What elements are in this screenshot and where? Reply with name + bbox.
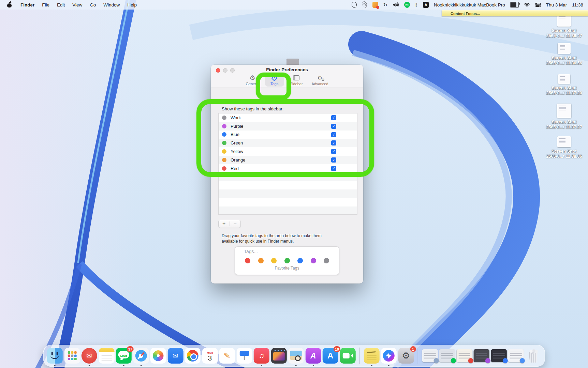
- line-icon[interactable]: LINE: [404, 2, 410, 8]
- remove-tag-button[interactable]: −: [230, 220, 241, 228]
- dock-item-settings[interactable]: ⚙1: [398, 348, 414, 364]
- tag-checkbox[interactable]: ✓: [331, 132, 336, 137]
- tag-checkbox[interactable]: ✓: [331, 115, 336, 120]
- tag-row-work[interactable]: Work✓: [219, 113, 357, 122]
- sync-icon[interactable]: ↻: [383, 2, 387, 8]
- dock-item-video-editor[interactable]: [271, 348, 286, 364]
- tab-general[interactable]: ⚙General: [242, 73, 262, 87]
- dock-item-pages[interactable]: ✎: [219, 348, 235, 364]
- music-glyph: ♫: [259, 351, 265, 360]
- running-indicator: [54, 365, 56, 366]
- tab-sidebar[interactable]: Sidebar: [287, 73, 306, 87]
- zoom-button[interactable]: [230, 68, 235, 73]
- favorite-tags-caption: Favorite Tags: [235, 266, 339, 271]
- dock-item-minimized-window-4[interactable]: [474, 349, 489, 362]
- tag-row-green[interactable]: Green✓: [219, 139, 357, 147]
- tag-checkbox[interactable]: ✓: [331, 166, 336, 171]
- dock-item-mail-red[interactable]: ✉: [82, 348, 97, 364]
- desktop-icon-screenshot-3[interactable]: Screen Shot2565-0...t 11.37.20: [538, 74, 588, 96]
- desktop-icon-screenshot-4[interactable]: Screen Shot2565-0...t 11.37.27: [538, 104, 588, 130]
- tag-checkbox[interactable]: ✓: [331, 157, 336, 163]
- dock-item-minimized-window-5[interactable]: [491, 349, 506, 362]
- dock-item-minimized-window-6[interactable]: [508, 349, 524, 362]
- tag-color-dot: [222, 166, 226, 171]
- mail-red-glyph: ✉: [86, 352, 92, 360]
- add-tag-button[interactable]: +: [219, 220, 230, 228]
- file-thumbnail[interactable]: [558, 74, 570, 84]
- running-indicator: [261, 365, 262, 366]
- menu-date[interactable]: Thu 3 Mar: [546, 2, 567, 7]
- menu-time[interactable]: 11:38: [572, 2, 583, 7]
- running-indicator: [89, 365, 90, 366]
- favorite-tag-dot-5[interactable]: [297, 258, 303, 263]
- dock-item-notes[interactable]: [99, 348, 114, 364]
- volume-icon[interactable]: [393, 2, 399, 8]
- dock-item-stickies[interactable]: [364, 348, 379, 364]
- favorite-tag-dot-6[interactable]: [311, 258, 316, 263]
- menu-item-window[interactable]: Window: [100, 2, 123, 7]
- tag-row-blue[interactable]: Blue✓: [219, 131, 357, 139]
- favorite-tag-dot-3[interactable]: [271, 258, 277, 263]
- tag-row-yellow[interactable]: Yellow✓: [219, 147, 357, 156]
- wifi-icon[interactable]: [524, 2, 530, 8]
- menu-item-go[interactable]: Go: [86, 2, 100, 7]
- dock-item-finder[interactable]: [47, 348, 63, 364]
- dock-item-music[interactable]: ♫: [254, 348, 269, 364]
- minimize-button[interactable]: [223, 68, 227, 73]
- tag-row-purple[interactable]: Purple✓: [219, 122, 357, 131]
- dock-item-messenger[interactable]: [381, 348, 397, 364]
- favorite-tag-dot-2[interactable]: [258, 258, 264, 263]
- apple-menu-icon[interactable]: [7, 2, 12, 7]
- file-thumbnail[interactable]: [557, 104, 571, 118]
- file-thumbnail[interactable]: [557, 136, 571, 147]
- tag-row-red[interactable]: Red✓: [219, 164, 357, 173]
- tab-advanced[interactable]: ⚙Advanced: [309, 73, 332, 87]
- dock-item-safari[interactable]: [133, 348, 149, 364]
- menu-item-help[interactable]: Help: [123, 2, 141, 7]
- desktop-icon-screenshot-2[interactable]: Screen Shot2565-0...t 11.36.56: [538, 43, 588, 66]
- dock-item-affinity-photo[interactable]: A: [305, 348, 321, 364]
- running-indicator: [371, 365, 372, 366]
- tag-color-dot: [222, 124, 226, 128]
- tag-checkbox[interactable]: ✓: [331, 140, 336, 145]
- dock-item-chrome[interactable]: [185, 348, 201, 364]
- tag-checkbox[interactable]: ✓: [331, 149, 336, 154]
- dock-item-facetime[interactable]: [340, 348, 355, 364]
- dock-item-calendar[interactable]: MAR3: [202, 348, 218, 364]
- battery-icon[interactable]: [510, 2, 519, 8]
- control-center-icon[interactable]: [535, 2, 541, 8]
- dock-item-minimized-window-1[interactable]: [422, 349, 438, 362]
- desktop-icon-screenshot-5[interactable]: Screen Shot2565-0...t 11.38.06: [538, 136, 588, 159]
- dock-item-launchpad[interactable]: [64, 348, 80, 364]
- orange-app-icon[interactable]: [372, 2, 378, 8]
- close-button[interactable]: [216, 68, 220, 73]
- menu-item-file[interactable]: File: [38, 2, 53, 7]
- tag-row-orange[interactable]: Orange✓: [219, 156, 357, 164]
- dock-item-preview[interactable]: [288, 348, 304, 364]
- menu-item-edit[interactable]: Edit: [53, 2, 69, 7]
- dock-item-photos[interactable]: [150, 348, 166, 364]
- favorite-tag-dot-1[interactable]: [245, 258, 250, 263]
- stack-icon[interactable]: [362, 2, 367, 8]
- favorite-tag-dot-4[interactable]: [284, 258, 290, 263]
- dock-item-mail-blue[interactable]: ✉: [167, 348, 183, 364]
- tab-tags[interactable]: Tags: [265, 73, 284, 87]
- dock-item-trash[interactable]: [525, 348, 541, 364]
- menu-item-view[interactable]: View: [69, 2, 86, 7]
- menu-item-finder[interactable]: Finder: [17, 2, 38, 7]
- dock-item-app-store[interactable]: A10: [323, 348, 338, 364]
- tag-checkbox[interactable]: ✓: [331, 124, 336, 129]
- device-name[interactable]: Nooknickkikikkukkuk MacBook Pro: [434, 2, 505, 7]
- bluetooth-icon[interactable]: ᛒ: [415, 2, 418, 8]
- file-thumbnail[interactable]: [558, 43, 571, 54]
- dock-item-minimized-window-2[interactable]: [439, 349, 455, 362]
- input-source-icon[interactable]: A: [423, 2, 429, 8]
- dock-item-keynote[interactable]: [236, 348, 252, 364]
- creative-cloud-icon[interactable]: [352, 2, 357, 8]
- empty-row: [219, 173, 357, 181]
- dock-item-minimized-window-3[interactable]: [456, 349, 472, 362]
- favorite-tag-dot-7[interactable]: [324, 258, 329, 263]
- empty-row: [219, 206, 357, 215]
- minimized-app-badge: [468, 358, 473, 363]
- dock-item-line[interactable]: LINE37: [116, 348, 132, 364]
